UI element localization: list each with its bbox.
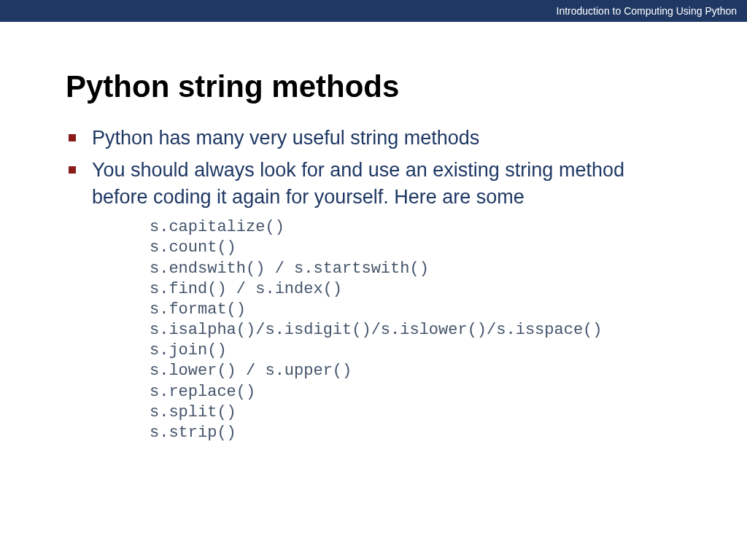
code-line: s.format() [150,300,246,319]
code-block: s.capitalize() s.count() s.endswith() / … [150,217,681,443]
slide-title: Python string methods [66,69,681,104]
code-line: s.lower() / s.upper() [150,362,352,380]
code-line: s.split() [150,403,236,421]
code-line: s.replace() [150,383,255,401]
code-line: s.find() / s.index() [150,280,342,298]
code-line: s.isalpha()/s.isdigit()/s.islower()/s.is… [150,321,603,339]
code-line: s.strip() [150,424,236,442]
code-line: s.capitalize() [150,218,285,236]
bullet-list: Python has many very useful string metho… [66,125,681,210]
code-line: s.endswith() / s.startswith() [150,260,429,278]
code-line: s.join() [150,341,227,359]
code-line: s.count() [150,238,236,257]
bullet-item: Python has many very useful string metho… [66,125,681,151]
course-title: Introduction to Computing Using Python [557,5,737,17]
header-bar: Introduction to Computing Using Python [0,0,747,22]
bullet-item: You should always look for and use an ex… [66,157,681,210]
slide-content: Python string methods Python has many ve… [0,22,747,443]
